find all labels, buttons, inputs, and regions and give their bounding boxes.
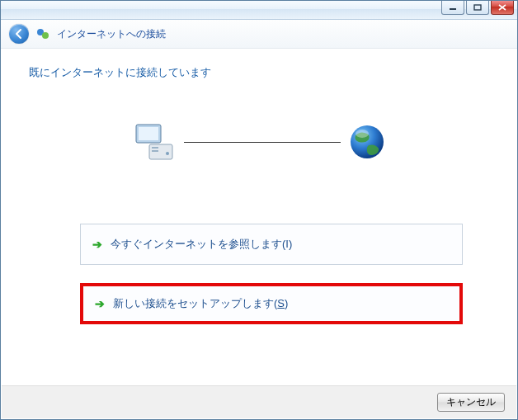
setup-new-connection-option[interactable]: ➔ 新しい接続をセットアップします(S) xyxy=(80,283,463,324)
network-icon xyxy=(35,26,50,41)
svg-rect-7 xyxy=(152,147,158,149)
header: インターネットへの接続 xyxy=(1,20,517,49)
svg-rect-0 xyxy=(450,8,456,10)
close-button[interactable] xyxy=(491,1,514,15)
svg-point-11 xyxy=(356,130,369,138)
maximize-button[interactable] xyxy=(466,1,489,15)
cancel-button[interactable]: キャンセル xyxy=(437,393,505,412)
wizard-window: インターネットへの接続 既にインターネットに接続しています xyxy=(0,0,518,420)
body: 既にインターネットに接続しています xyxy=(9,57,509,380)
svg-rect-8 xyxy=(152,150,158,152)
status-message: 既にインターネットに接続しています xyxy=(29,65,211,80)
browse-now-option[interactable]: ➔ 今すぐインターネットを参照します(I) xyxy=(80,224,463,265)
svg-point-10 xyxy=(351,125,384,158)
caption-buttons xyxy=(441,1,514,15)
computer-icon xyxy=(131,121,177,163)
page-title: インターネットへの接続 xyxy=(57,27,166,41)
globe-icon xyxy=(347,122,387,162)
back-button[interactable] xyxy=(9,24,29,44)
footer: キャンセル xyxy=(2,385,516,418)
option-label: 新しい接続をセットアップします(S) xyxy=(113,296,288,311)
arrow-right-icon: ➔ xyxy=(95,297,105,310)
svg-point-3 xyxy=(42,32,49,39)
svg-rect-5 xyxy=(139,127,158,140)
options: ➔ 今すぐインターネットを参照します(I) ➔ 新しい接続をセットアップします(… xyxy=(80,224,463,324)
connection-illustration xyxy=(9,121,509,163)
arrow-right-icon: ➔ xyxy=(92,238,102,251)
titlebar xyxy=(1,1,517,20)
connection-line xyxy=(184,142,341,143)
svg-rect-1 xyxy=(474,5,481,10)
svg-point-9 xyxy=(166,152,169,155)
minimize-button[interactable] xyxy=(441,1,464,15)
option-label: 今すぐインターネットを参照します(I) xyxy=(111,237,292,252)
